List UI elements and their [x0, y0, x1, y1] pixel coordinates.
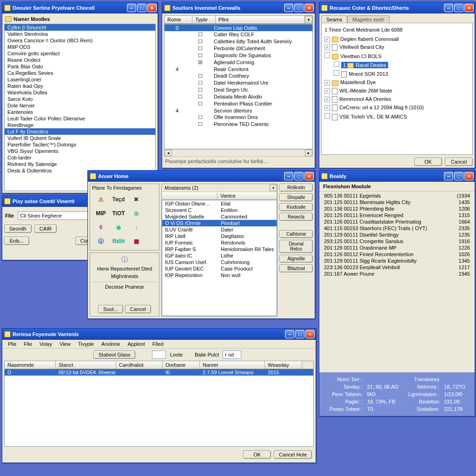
record-row[interactable]: 201:136 00112 Phlembing Bde1206: [321, 205, 473, 212]
checkbox-icon[interactable]: [334, 70, 339, 76]
loote-input[interactable]: [152, 350, 166, 359]
record-row[interactable]: 201:128 00111 Sigg Rcarte Eagleinobilty1…: [321, 258, 473, 264]
tab-mageles[interactable]: Mageles eesh: [347, 15, 390, 23]
list-item[interactable]: ☐Calletties ildty Toted Aulth Seeniriy: [165, 38, 312, 45]
tree-view[interactable]: ✓Deglen flaberti Corenvsall✓Vilellwoll B…: [324, 35, 469, 121]
list-item[interactable]: 4Secvion ditertors: [165, 107, 312, 114]
list-item[interactable]: Leutl Tader Color Poltec Dilerarive: [5, 115, 155, 122]
tree-item[interactable]: VSE Torleh VIL. DE M AMICS: [324, 112, 469, 121]
list-item[interactable]: Ca Regellies Sevies: [5, 70, 155, 76]
list-item[interactable]: IGP Oistan Otane...Eilal: [162, 200, 277, 207]
record-row[interactable]: 201:129 00111 Disetilel Sentingy1235: [321, 231, 473, 238]
cancel-button[interactable]: Cancel: [125, 305, 151, 313]
stabeol-button[interactable]: Stabeol Glass: [93, 350, 135, 359]
checkbox-icon[interactable]: [324, 53, 330, 58]
checkbox-icon[interactable]: ✓: [324, 80, 330, 86]
tree-item[interactable]: ✓Vilellwoll Beard City: [324, 43, 469, 52]
side-button[interactable]: Algneille: [279, 255, 313, 263]
tree-item[interactable]: ✓Deglen flaberti Corenvsall: [324, 35, 469, 43]
balie-input[interactable]: [223, 350, 241, 359]
table-row[interactable]: D05!10 fat 5VDEK SheenstE2.7.59 Lonvel S…: [5, 369, 313, 376]
tool-icon[interactable]: ↓: [128, 221, 144, 233]
tool-icon[interactable]: 6: [93, 221, 109, 233]
menu-item[interactable]: Volay: [37, 341, 55, 347]
side-button[interactable]: Deunal Retco: [279, 240, 313, 253]
tool-icon[interactable]: ◎: [128, 207, 144, 219]
list-item[interactable]: Mvigirded SatelleCanmonted: [162, 213, 277, 220]
tool-icon[interactable]: ✖: [128, 193, 144, 205]
list-item[interactable]: Oviera Cancrice = Ountor (IBCI Rem): [5, 37, 155, 44]
side-button[interactable]: Shopalle: [279, 193, 313, 201]
maximize-button[interactable]: □: [454, 4, 463, 12]
column-header[interactable]: Stanct: [56, 361, 116, 369]
column-header[interactable]: Nanrer: [200, 361, 265, 369]
list-item[interactable]: IGP ilatni ICLidhe: [162, 252, 277, 259]
list-item[interactable]: ☐Ofle Innennen Dms: [165, 114, 312, 121]
list-item[interactable]: SConono Lisp Oatils: [165, 25, 312, 31]
close-button[interactable]: ×: [304, 4, 314, 12]
checkbox-icon[interactable]: ✓: [324, 97, 330, 102]
tree-item[interactable]: 1 Racel Deales: [324, 60, 469, 69]
table-body[interactable]: D05!10 fat 5VDEK SheenstE2.7.59 Lonvel S…: [5, 369, 313, 446]
maximize-button[interactable]: □: [137, 4, 146, 12]
list-item[interactable]: ILUV CranltlDater: [162, 226, 277, 233]
side-button[interactable]: Resecla: [279, 213, 313, 221]
record-row[interactable]: 201:125 00111 Bleminsale Higltts City143…: [321, 199, 473, 205]
checkbox-icon[interactable]: ✓: [324, 37, 330, 42]
list-item[interactable]: IUP Geolert DECCase Poodocl: [162, 265, 277, 272]
record-row[interactable]: 201:126 00112 Finied Reconleentertion102…: [321, 251, 473, 258]
scroll-up-button[interactable]: ▲: [305, 16, 312, 22]
close-button[interactable]: ×: [305, 330, 315, 338]
minimize-button[interactable]: –: [285, 330, 294, 338]
tool-icon[interactable]: [146, 235, 162, 247]
side-button[interactable]: Calhtonie: [279, 230, 313, 238]
submit-button[interactable]: Suut...: [98, 305, 123, 313]
list-item[interactable]: Rivlnerd Illy Salereige: [5, 161, 155, 167]
close-button[interactable]: ×: [464, 4, 474, 12]
side-button[interactable]: Bllazloat: [279, 264, 313, 272]
cancel-button[interactable]: Cancel Hole: [274, 450, 312, 459]
cancel-button[interactable]: Cancel: [445, 158, 473, 166]
list-item[interactable]: MItP ODS: [5, 44, 155, 50]
list-item[interactable]: IRP LitellDiegtlatsic: [162, 233, 277, 239]
tree-item[interactable]: ✓CeCrens: orl a 12 2094 Mag fi (1010): [324, 104, 469, 112]
menu-item[interactable]: Applont: [125, 341, 147, 347]
tool-icon[interactable]: ◉: [111, 221, 126, 233]
items-list[interactable]: SConono Lisp Oatils☐Calter Rley COLF☐Cal…: [164, 24, 313, 149]
list-item[interactable]: IRP Fapber SHeniolorsaiion Ril Tales: [162, 246, 277, 252]
list-item[interactable]: ☐Deal Segrn Ulc: [165, 86, 312, 93]
list-item[interactable]: 4Reatr Cenritont: [165, 66, 312, 73]
menu-item[interactable]: Anolnne: [99, 341, 123, 347]
tree-item[interactable]: ✓Remmonol AA Orenles: [324, 95, 469, 104]
list-item[interactable]: Valiten Steolnolos: [5, 31, 155, 37]
search-button[interactable]: Seonilh: [4, 225, 32, 233]
checkbox-icon[interactable]: [334, 61, 339, 67]
column-header[interactable]: Oorbane: [163, 361, 200, 369]
maximize-button[interactable]: □: [294, 172, 304, 180]
minimize-button[interactable]: –: [284, 4, 293, 12]
record-row[interactable]: 201:187 Aower Poune1945: [321, 271, 473, 277]
menu-item[interactable]: Plle: [5, 341, 19, 347]
menu-item[interactable]: Flled: [150, 341, 166, 347]
checkbox-icon[interactable]: ✓: [324, 45, 330, 50]
menu-item[interactable]: Flle: [21, 341, 35, 347]
list-item[interactable]: Sarce Koto: [5, 96, 155, 102]
column-header[interactable]: Weasday: [265, 361, 302, 369]
close-button[interactable]: ×: [147, 4, 157, 12]
list-item[interactable]: Cemvire golto spenfact: [5, 50, 155, 57]
maximize-button[interactable]: □: [454, 172, 463, 180]
close-button[interactable]: ×: [304, 172, 314, 180]
attributes-list[interactable]: IGP Oistan Otane...EilalSirzeoent CEnili…: [162, 200, 277, 316]
list-item[interactable]: ☐Pentealion Pllass Contlier: [165, 100, 312, 107]
horizontal-scrollbar[interactable]: ◄►: [164, 149, 313, 157]
tool-icon[interactable]: TiOT: [111, 207, 126, 219]
tool-icon[interactable]: Teçd: [111, 193, 126, 205]
list-item[interactable]: ☐Pierorview TED Carents: [165, 121, 312, 128]
list-item[interactable]: ☐Deadl Costhary: [165, 73, 312, 79]
list-item[interactable]: O Vi DS /OrrntePinnbarl: [162, 220, 277, 226]
tab-seams[interactable]: Seams: [321, 15, 347, 23]
column-header[interactable]: Carolhaliot: [116, 361, 163, 369]
ok-button[interactable]: OK: [243, 450, 271, 459]
record-row[interactable]: 905:136 00111 Epgerials(1934: [321, 192, 473, 199]
eols-button[interactable]: Eols...: [4, 237, 29, 245]
